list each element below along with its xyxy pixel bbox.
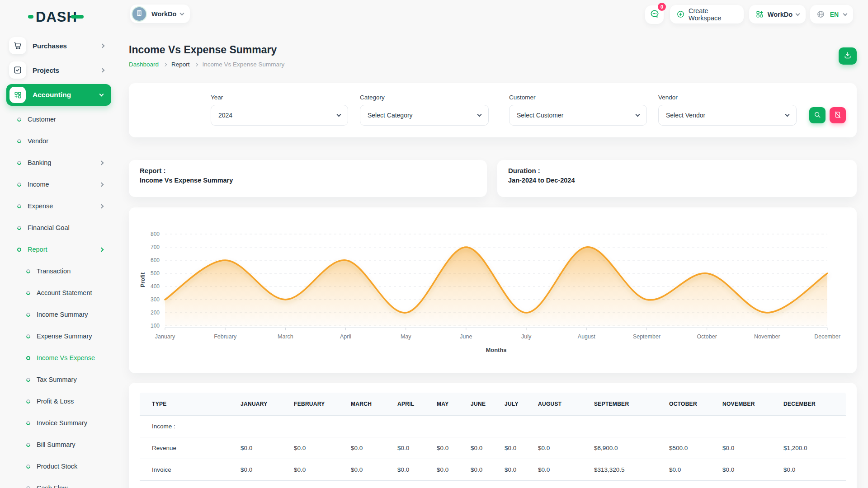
- cell-value: $0.0: [495, 437, 528, 459]
- sidebar-item-financial-goal[interactable]: Financial Goal: [0, 217, 118, 239]
- year-select[interactable]: 2024: [211, 105, 348, 126]
- sidebar-item-expense[interactable]: Expense: [0, 195, 118, 217]
- sidebar-item-label: Invoice Summary: [37, 419, 103, 427]
- section-heading: Income :: [140, 415, 846, 437]
- cell-value: $0.0: [387, 459, 427, 480]
- cell-value: $0.0: [341, 459, 387, 480]
- chevron-down-icon: [636, 113, 640, 117]
- svg-text:November: November: [754, 333, 780, 340]
- plus-circle-icon: [676, 10, 685, 19]
- sidebar-item-label: Expense: [28, 202, 100, 210]
- messages-badge: 0: [658, 3, 666, 11]
- svg-text:800: 800: [151, 231, 160, 237]
- bullet-icon: [25, 268, 31, 274]
- report-card-value: Income Vs Expense Summary: [140, 177, 476, 184]
- sidebar-item-label: Income: [28, 181, 100, 188]
- breadcrumb-dashboard[interactable]: Dashboard: [129, 61, 159, 68]
- sidebar-item-label: Projects: [33, 66, 101, 74]
- sidebar-item-invoice-summary[interactable]: Invoice Summary: [0, 412, 118, 434]
- sidebar-item-customer[interactable]: Customer: [0, 108, 118, 130]
- sidebar-item-vendor[interactable]: Vendor: [0, 130, 118, 152]
- sidebar-item-purchases[interactable]: Purchases: [0, 35, 118, 56]
- grid-plus-icon: [755, 10, 764, 19]
- cell-value: $0.0: [284, 459, 341, 480]
- sidebar-item-bill-summary[interactable]: Bill Summary: [0, 434, 118, 455]
- cell-value: $1,200.0: [774, 437, 846, 459]
- chat-icon: [650, 9, 660, 21]
- sidebar-item-account-statement[interactable]: Account Statement: [0, 282, 118, 304]
- field-label: Vendor: [658, 94, 797, 101]
- field-label: Year: [211, 94, 348, 101]
- column-header-november: NOVEMBER: [712, 393, 774, 415]
- column-header-august: AUGUST: [528, 393, 584, 415]
- sidebar-top-items: PurchasesProjects: [0, 35, 118, 81]
- chevron-right-icon: [99, 247, 104, 252]
- sidebar-item-expense-summary[interactable]: Expense Summary: [0, 325, 118, 347]
- svg-text:March: March: [278, 333, 293, 340]
- bullet-icon: [25, 464, 31, 469]
- field-label: Category: [360, 94, 489, 101]
- sidebar-item-accounting[interactable]: Accounting: [6, 84, 111, 106]
- bullet-icon: [16, 247, 22, 253]
- sidebar-item-product-stock[interactable]: Product Stock: [0, 455, 118, 477]
- language-selector[interactable]: EN: [810, 5, 853, 23]
- svg-text:June: June: [460, 333, 472, 340]
- sidebar-item-income[interactable]: Income: [0, 174, 118, 195]
- svg-text:July: July: [521, 333, 532, 340]
- sidebar-nav: PurchasesProjects Accounting CustomerVen…: [0, 35, 118, 488]
- select-value: Select Customer: [517, 112, 636, 119]
- svg-text:200: 200: [151, 310, 160, 316]
- row-type: Invoice: [140, 459, 231, 480]
- breadcrumb-report[interactable]: Report: [171, 61, 190, 68]
- sidebar-item-label: Transaction: [37, 267, 103, 275]
- chevron-down-icon: [99, 92, 104, 97]
- cell-value: $0.0: [712, 437, 774, 459]
- select-value: Select Category: [368, 112, 478, 119]
- sidebar-item-cash-flow[interactable]: Cash Flow: [0, 477, 118, 488]
- app-menu-button[interactable]: WorkDo: [749, 5, 806, 23]
- bullet-icon: [25, 312, 31, 318]
- logo-dash-accent: [71, 15, 84, 19]
- column-header-september: SEPTEMBER: [584, 393, 659, 415]
- cell-value: $0.0: [774, 459, 846, 480]
- summary-table: TYPEJANUARYFEBRUARYMARCHAPRILMAYJUNEJULY…: [140, 393, 846, 488]
- create-workspace-button[interactable]: Create Workspace: [670, 5, 744, 23]
- sidebar-item-income-summary[interactable]: Income Summary: [0, 304, 118, 325]
- svg-text:April: April: [340, 333, 351, 340]
- cell-value: $0.0: [712, 459, 774, 480]
- workspace-name: WorkDo: [151, 10, 176, 18]
- svg-text:May: May: [401, 333, 411, 340]
- reset-filter-button[interactable]: [830, 107, 846, 123]
- bullet-icon: [16, 138, 22, 144]
- category-select[interactable]: Select Category: [360, 105, 489, 126]
- download-report-button[interactable]: [839, 47, 857, 65]
- cell-value: $313,320.5: [584, 459, 659, 480]
- workspace-switcher[interactable]: WorkDo: [130, 5, 190, 23]
- breadcrumb-income-vs-expense-summary: Income Vs Expense Summary: [203, 61, 285, 68]
- sidebar-item-tax-summary[interactable]: Tax Summary: [0, 369, 118, 390]
- customer-select[interactable]: Select Customer: [509, 105, 647, 126]
- column-header-july: JULY: [495, 393, 528, 415]
- vendor-select[interactable]: Select Vendor: [658, 105, 797, 126]
- sidebar-item-banking[interactable]: Banking: [0, 152, 118, 174]
- chevron-right-icon: [100, 43, 105, 48]
- sidebar-item-report[interactable]: Report: [0, 239, 118, 260]
- svg-text:January: January: [155, 333, 175, 340]
- select-value: 2024: [218, 112, 337, 119]
- table-header-row: TYPEJANUARYFEBRUARYMARCHAPRILMAYJUNEJULY…: [140, 393, 846, 415]
- duration-card-value: Jan-2024 to Dec-2024: [508, 177, 846, 184]
- chevron-right-icon: [99, 204, 104, 208]
- apply-filter-button[interactable]: [809, 107, 826, 123]
- bullet-icon: [25, 442, 31, 448]
- brand-logo[interactable]: DASH: [28, 9, 118, 24]
- breadcrumb: DashboardReportIncome Vs Expense Summary: [129, 61, 857, 68]
- messages-button[interactable]: 0: [645, 5, 664, 24]
- sidebar-item-income-vs-expense[interactable]: Income Vs Expense: [0, 347, 118, 369]
- svg-text:700: 700: [151, 244, 160, 250]
- sidebar-item-transaction[interactable]: Transaction: [0, 260, 118, 282]
- sidebar-item-projects[interactable]: Projects: [0, 59, 118, 81]
- chevron-down-icon: [843, 11, 848, 16]
- filter-actions: [809, 107, 846, 123]
- income-vs-expense-chart: 800700600500400300200100JanuaryFebruaryM…: [133, 213, 848, 362]
- sidebar-item-profit-loss[interactable]: Profit & Loss: [0, 390, 118, 412]
